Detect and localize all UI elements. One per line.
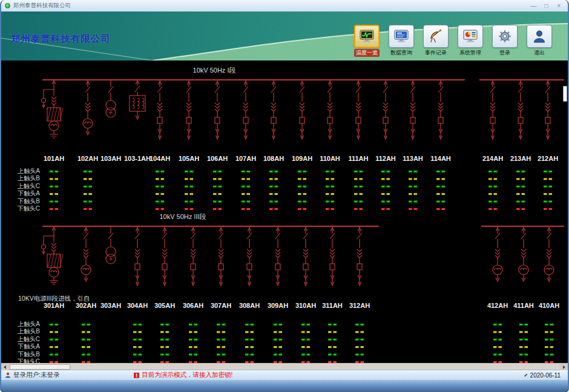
- temperature-indicator: [55, 324, 59, 325]
- diagram-box: [271, 117, 276, 123]
- temperature-indicator: [381, 178, 385, 180]
- scroll-left-arrow[interactable]: [1, 364, 9, 370]
- temperature-indicator: [488, 208, 492, 210]
- temperature-indicator: [156, 186, 159, 188]
- diagram-box: [243, 117, 248, 123]
- toolbar-button-exit[interactable]: 退出: [525, 25, 553, 57]
- toolbar-button-event-log[interactable]: 事件记录: [422, 25, 450, 57]
- diagram-circle: [42, 245, 46, 249]
- warning-icon: [134, 373, 139, 378]
- temperature-indicator: [269, 178, 273, 180]
- vertical-scrollbar[interactable]: [562, 60, 568, 363]
- toolbar-button-data-query[interactable]: 数据查询: [387, 25, 415, 57]
- status-bar: 登录用户:未登录 目前为演示模式，请接入加密锁! 2020-06-11: [1, 370, 568, 380]
- temperature-indicator: [275, 171, 278, 172]
- diagram-line: [215, 87, 220, 93]
- diagram-line: [51, 125, 57, 126]
- feeder-label: 113AH: [403, 155, 423, 162]
- temperature-indicator: [516, 193, 520, 195]
- temperature-indicator: [409, 201, 412, 203]
- diagram-line: [547, 233, 551, 239]
- feeder-303AH: 303AH: [100, 226, 121, 309]
- temperature-indicator: [189, 346, 192, 348]
- temperature-indicator: [516, 178, 520, 180]
- contact-row-label: 上触头B: [17, 175, 40, 181]
- temperature-overview-icon[interactable]: [354, 25, 380, 48]
- temperature-indicator: [331, 171, 335, 172]
- system-manage-icon[interactable]: [458, 25, 483, 48]
- diagram-line: [495, 252, 500, 255]
- temperature-indicator: [133, 354, 137, 356]
- temperature-indicator: [361, 324, 364, 325]
- diagram-line: [51, 271, 57, 273]
- diagram-line: [191, 255, 196, 258]
- temperature-indicator: [442, 208, 446, 210]
- diagram-line: [410, 109, 415, 111]
- toolbar-button-login[interactable]: 登录: [491, 25, 519, 57]
- temperature-indicator: [251, 331, 254, 333]
- temperature-indicator: [381, 201, 385, 203]
- feeder-label: 302AH: [76, 302, 96, 309]
- diagram-line: [383, 109, 388, 111]
- temperature-indicator: [334, 339, 337, 341]
- temperature-indicator: [307, 346, 311, 348]
- data-query-icon[interactable]: [389, 25, 414, 48]
- toolbar-button-temperature-overview[interactable]: 温度一览: [353, 25, 381, 57]
- exit-icon[interactable]: [527, 25, 552, 48]
- temperature-indicator: [217, 339, 220, 341]
- horizontal-scrollbar-thumb[interactable]: [10, 364, 70, 370]
- temperature-indicator: [361, 354, 364, 356]
- contact-row-label: 下触头A: [18, 343, 40, 350]
- diagram-line: [135, 86, 140, 92]
- date-display: 2020-06-11: [524, 372, 561, 379]
- temperature-indicator: [194, 339, 198, 341]
- temperature-indicator: [387, 171, 390, 172]
- horizontal-scrollbar[interactable]: [1, 363, 568, 370]
- temperature-indicator: [275, 208, 278, 210]
- temperature-indicator: [354, 186, 358, 188]
- diagram-line: [51, 254, 54, 267]
- temperature-indicator: [156, 193, 159, 195]
- diagram-line: [243, 87, 248, 93]
- vertical-scrollbar-thumb[interactable]: [563, 86, 567, 102]
- diagram-line: [247, 252, 252, 255]
- temperature-indicator: [488, 193, 492, 195]
- diagram-line: [327, 109, 332, 111]
- feeder-label: 307AH: [211, 302, 231, 309]
- company-name: 郑州泰普科技有限公司: [11, 33, 111, 45]
- maximize-button[interactable]: □: [541, 2, 551, 10]
- demo-mode-text: 目前为演示模式，请接入加密锁!: [142, 371, 232, 379]
- temperature-indicator: [409, 193, 412, 195]
- temperature-indicator: [185, 193, 188, 195]
- feeder-label: 306AH: [183, 302, 203, 309]
- close-button[interactable]: ×: [554, 2, 564, 10]
- temperature-indicator: [488, 171, 492, 172]
- temperature-indicator: [550, 354, 554, 356]
- feeder-111AH: 111AH: [348, 80, 368, 210]
- temperature-indicator: [166, 354, 169, 356]
- temperature-indicator: [326, 201, 329, 203]
- feeder-label: 308AH: [239, 302, 260, 309]
- event-log-icon[interactable]: [423, 25, 449, 48]
- temperature-indicator: [301, 339, 305, 341]
- minimize-button[interactable]: —: [528, 2, 539, 10]
- scroll-right-arrow[interactable]: [560, 364, 568, 370]
- toolbar-button-system-manage[interactable]: 系统管理: [456, 25, 484, 57]
- temperature-indicator: [360, 178, 363, 180]
- temperature-indicator: [550, 346, 554, 348]
- temperature-indicator: [274, 354, 277, 356]
- temperature-indicator: [139, 354, 142, 356]
- temperature-indicator: [247, 201, 251, 203]
- temperature-indicator: [334, 331, 337, 333]
- temperature-indicator: [331, 208, 335, 210]
- diagram-line: [57, 108, 60, 121]
- toolbar-label: 数据查询: [390, 49, 412, 57]
- temperature-indicator: [50, 324, 53, 325]
- diagram-line: [186, 109, 191, 111]
- login-icon[interactable]: [492, 25, 518, 48]
- temperature-indicator: [298, 171, 301, 172]
- diagram-line: [490, 103, 495, 105]
- diagram-line: [243, 106, 248, 108]
- temperature-indicator: [242, 201, 245, 203]
- temperature-indicator: [89, 186, 93, 188]
